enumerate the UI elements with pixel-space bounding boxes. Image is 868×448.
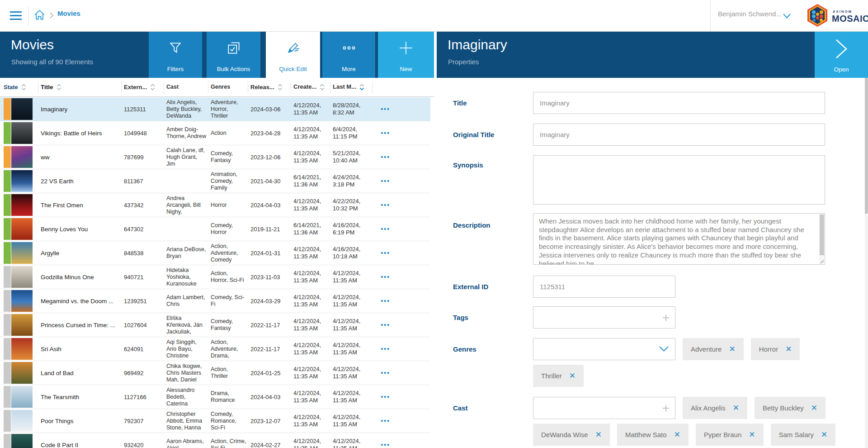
row-actions-button[interactable]: •••	[381, 273, 390, 281]
chevron-down-icon[interactable]	[783, 12, 791, 20]
row-actions-button[interactable]: •••	[381, 417, 390, 424]
created-date-cell: 4/12/2024, 11:35 AM	[291, 438, 330, 448]
remove-chip-icon[interactable]: ✕	[733, 404, 739, 412]
external-id-cell: 624091	[122, 346, 164, 353]
state-cell	[0, 386, 38, 408]
movie-title-cell: Land of Bad	[38, 370, 122, 377]
sort-icon[interactable]	[21, 84, 26, 91]
chip-label: Sam Salary	[779, 431, 814, 438]
release-date-cell: 2024-01-31	[248, 250, 291, 257]
filters-button[interactable]: Filters	[149, 32, 202, 78]
chevron-down-icon	[659, 345, 669, 353]
table-row[interactable]: Poor Things 792307 Christopher Abbott, E…	[0, 409, 430, 433]
external-id-cell: 437342	[122, 202, 164, 209]
external-id-input[interactable]	[533, 276, 675, 298]
remove-chip-icon[interactable]: ✕	[749, 431, 755, 438]
title-input[interactable]	[533, 92, 825, 114]
table-row[interactable]: Land of Bad 969492 Chika Ikogwe, Chris M…	[0, 361, 430, 385]
panel-scrollbar-thumb[interactable]	[865, 78, 868, 214]
breadcrumb[interactable]: Movies	[57, 10, 80, 17]
table-row[interactable]: Sri Asih 624091 Aqi Singgih, Ario Bayu, …	[0, 337, 430, 361]
bulk-actions-button[interactable]: Bulk Actions	[207, 32, 260, 78]
remove-chip-icon[interactable]: ✕	[785, 345, 792, 353]
quick-edit-button[interactable]: Quick Edit	[266, 32, 320, 78]
table-row[interactable]: Argylle 848538 Ariana DeBose, Bryan Acti…	[0, 241, 430, 265]
row-actions-button[interactable]: •••	[381, 153, 390, 161]
panel-scrollbar-track	[865, 78, 868, 448]
table-row[interactable]: Benny Loves You 647302 Comedy, Horror 20…	[0, 217, 430, 241]
movie-poster	[11, 218, 33, 240]
row-actions-button[interactable]: •••	[381, 249, 390, 257]
row-actions-button[interactable]: •••	[381, 129, 390, 137]
remove-chip-icon[interactable]: ✕	[811, 404, 817, 412]
add-tag-icon[interactable]: +	[662, 311, 670, 324]
column-header-cast[interactable]: Cast	[164, 81, 208, 94]
user-menu[interactable]: Benjamin Schwend...	[718, 10, 782, 18]
sort-icon[interactable]	[278, 84, 283, 91]
sort-icon[interactable]	[57, 84, 61, 91]
genres-dropdown[interactable]	[533, 338, 675, 360]
cast-cell: Alix Angelis, Betty Buckley, DeWanda	[164, 99, 208, 119]
new-button[interactable]: New	[378, 32, 434, 78]
cast-input[interactable]: +	[533, 397, 675, 419]
row-actions-button[interactable]: •••	[381, 105, 390, 113]
remove-chip-icon[interactable]: ✕	[729, 345, 735, 353]
column-header-title[interactable]: Title	[38, 81, 122, 94]
textarea-scrollbar-thumb[interactable]	[820, 214, 824, 255]
table-row[interactable]: Imaginary 1125311 Alix Angelis, Betty Bu…	[0, 97, 430, 121]
created-date-cell: 4/12/2024, 11:35 AM	[291, 342, 330, 357]
created-date-cell: 4/12/2024, 11:35 AM	[291, 294, 330, 309]
sort-icon[interactable]	[150, 84, 155, 91]
column-header-created[interactable]: Create...	[291, 81, 330, 94]
open-button[interactable]: Open	[815, 32, 868, 78]
table-row[interactable]: ww 787699 Calah Lane, df, Hugh Grant, Ji…	[0, 145, 430, 169]
column-header-state[interactable]: State	[0, 81, 38, 94]
row-actions-button[interactable]: •••	[381, 297, 390, 305]
home-icon[interactable]	[33, 9, 46, 23]
column-header-release-date[interactable]: Releas...	[248, 81, 291, 94]
tags-input[interactable]: +	[533, 306, 675, 329]
row-actions-button[interactable]: •••	[381, 441, 390, 448]
state-cell	[0, 194, 38, 216]
add-cast-icon[interactable]: +	[662, 402, 670, 415]
genres-cell: Action, Crime, Sci-Fi	[208, 438, 248, 448]
table-row[interactable]: Code 8 Part II 932420 Aaron Abrams, Akie…	[0, 433, 430, 448]
row-actions-button[interactable]: •••	[381, 177, 390, 185]
row-actions-button[interactable]: •••	[381, 321, 390, 329]
column-header-external-id[interactable]: Extern...	[122, 81, 164, 94]
table-row[interactable]: The Tearsmith 1127166 Alessandro Bedetti…	[0, 385, 430, 409]
remove-chip-icon[interactable]: ✕	[569, 372, 576, 380]
table-row[interactable]: The First Omen 437342 Andrea Arcangeli, …	[0, 193, 430, 217]
table-row[interactable]: Megamind vs. the Doom ... 1239251 Adam L…	[0, 289, 430, 313]
sort-icon[interactable]	[320, 84, 325, 91]
sort-icon-active-desc[interactable]	[359, 84, 364, 91]
logo-hexagon	[807, 4, 827, 27]
row-actions-button[interactable]: •••	[381, 225, 390, 233]
remove-chip-icon[interactable]: ✕	[674, 431, 680, 438]
row-actions-button[interactable]: •••	[381, 393, 390, 400]
hamburger-menu-icon[interactable]	[10, 11, 22, 20]
remove-chip-icon[interactable]: ✕	[595, 431, 602, 438]
table-row[interactable]: 22 VS Earth 811367 Animation, Comedy, Fa…	[0, 169, 430, 193]
genres-label: Genres	[453, 345, 476, 353]
synopsis-textarea[interactable]	[533, 155, 825, 205]
row-actions-button[interactable]: •••	[381, 369, 390, 377]
table-row[interactable]: Godzilla Minus One 940721 Hidetaka Yoshi…	[0, 265, 430, 289]
genres-cell: Comedy, Horror	[208, 222, 248, 236]
release-date-cell: 2023-11-03	[248, 274, 291, 281]
created-date-cell: 6/14/2021, 11:36 AM	[291, 174, 330, 189]
row-actions-button[interactable]: •••	[381, 201, 390, 209]
column-header-last-modified[interactable]: Last M...	[330, 81, 373, 94]
created-date-cell: 4/12/2024, 11:35 AM	[291, 318, 330, 333]
column-header-genres[interactable]: Genres	[208, 81, 248, 94]
actions-cell: •••	[373, 129, 398, 137]
table-row[interactable]: Princess Cursed in Time: ... 1027604 Eli…	[0, 313, 430, 337]
more-button[interactable]: More	[322, 32, 375, 78]
description-textarea[interactable]: When Jessica moves back into her childho…	[533, 213, 825, 265]
remove-chip-icon[interactable]: ✕	[821, 431, 827, 438]
table-row[interactable]: Vikings: Battle of Heirs 1049948 Amber D…	[0, 121, 430, 145]
original-title-input[interactable]	[533, 124, 825, 146]
movie-title-cell: The Tearsmith	[38, 394, 122, 400]
resize-handle[interactable]	[820, 260, 824, 263]
row-actions-button[interactable]: •••	[381, 345, 390, 353]
